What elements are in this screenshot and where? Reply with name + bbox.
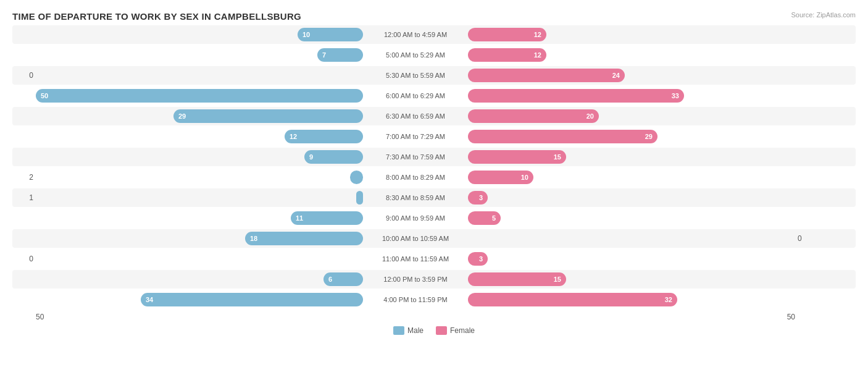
male-bar-area: 9 [36, 150, 363, 164]
female-bar-area: 15 [468, 272, 795, 286]
chart-container: TIME OF DEPARTURE TO WORK BY SEX IN CAMP… [0, 0, 868, 367]
female-bar: 12 [468, 48, 546, 62]
male-bar-area: 6 [36, 272, 363, 286]
axis-right-value: 50 [787, 313, 795, 321]
male-bar: 18 [245, 232, 363, 245]
legend: Male Female [12, 326, 856, 335]
female-bar-area: 15 [468, 150, 795, 164]
male-bar: 6 [323, 272, 363, 286]
female-bar-area: 10 [468, 171, 795, 184]
female-bar-area: 5 [468, 211, 795, 225]
female-bar: 3 [468, 252, 488, 266]
legend-male: Male [393, 326, 424, 335]
chart-row: 119:00 AM to 9:59 AM5 [12, 209, 856, 227]
female-bar-area: 24 [468, 69, 795, 82]
male-bar-area [36, 171, 363, 184]
legend-female-label: Female [450, 326, 475, 335]
chart-row: 05:30 AM to 5:59 AM24 [12, 66, 856, 85]
chart-row: 011:00 AM to 11:59 AM3 [12, 250, 856, 268]
male-bar: 9 [304, 150, 363, 164]
female-bar-area: 29 [468, 130, 795, 143]
female-bar: 29 [468, 130, 657, 143]
male-bar-area: 50 [36, 89, 363, 103]
male-bar: 29 [173, 109, 363, 123]
legend-male-label: Male [407, 326, 424, 335]
legend-male-box [393, 326, 404, 335]
male-bar: 12 [285, 130, 363, 143]
male-bar-area: 18 [36, 232, 363, 245]
time-label: 10:00 AM to 10:59 AM [363, 235, 468, 242]
chart-row: 344:00 PM to 11:59 PM32 [12, 290, 856, 309]
male-value: 0 [12, 71, 36, 80]
time-label: 12:00 PM to 3:59 PM [363, 276, 468, 283]
time-label: 7:00 AM to 7:29 AM [363, 133, 468, 140]
time-label: 11:00 AM to 11:59 AM [363, 255, 468, 263]
male-bar-area: 12 [36, 130, 363, 143]
female-bar-area: 12 [468, 28, 795, 41]
source-label: Source: ZipAtlas.com [791, 11, 856, 19]
female-bar-area: 33 [468, 89, 795, 103]
female-bar-area: 20 [468, 109, 795, 123]
legend-female: Female [436, 326, 475, 335]
male-bar: 34 [141, 293, 363, 306]
male-bar-area: 29 [36, 109, 363, 123]
axis-left-value: 50 [36, 313, 44, 321]
chart-title: TIME OF DEPARTURE TO WORK BY SEX IN CAMP… [12, 11, 856, 22]
female-bar: 15 [468, 150, 566, 164]
chart-row: 612:00 PM to 3:59 PM15 [12, 270, 856, 289]
chart-row: 18:30 AM to 8:59 AM3 [12, 188, 856, 207]
female-bar: 5 [468, 211, 501, 225]
female-bar: 32 [468, 293, 677, 306]
male-bar: 50 [36, 89, 363, 103]
time-label: 8:30 AM to 8:59 AM [363, 194, 468, 201]
male-value: 2 [12, 173, 36, 182]
male-bar: 11 [291, 211, 363, 225]
time-label: 8:00 AM to 8:29 AM [363, 174, 468, 181]
male-bar-area: 11 [36, 211, 363, 225]
male-bar-area: 34 [36, 293, 363, 306]
female-value: 0 [795, 234, 819, 243]
female-bar: 12 [468, 28, 546, 41]
time-label: 9:00 AM to 9:59 AM [363, 214, 468, 222]
chart-row: 506:00 AM to 6:29 AM33 [12, 86, 856, 105]
female-bar: 10 [468, 171, 533, 184]
male-bar: 10 [298, 28, 363, 41]
male-bar [356, 191, 363, 205]
chart-row: 28:00 AM to 8:29 AM10 [12, 168, 856, 187]
female-bar-area: 3 [468, 252, 795, 266]
chart-row: 75:00 AM to 5:29 AM12 [12, 46, 856, 64]
time-label: 7:30 AM to 7:59 AM [363, 153, 468, 161]
chart-row: 1810:00 AM to 10:59 AM0 [12, 229, 856, 248]
chart-row: 296:30 AM to 6:59 AM20 [12, 107, 856, 125]
male-value: 1 [12, 193, 36, 202]
male-bar-area: 10 [36, 28, 363, 41]
male-bar-area: 7 [36, 48, 363, 62]
female-bar-area: 3 [468, 191, 795, 205]
chart-row: 127:00 AM to 7:29 AM29 [12, 127, 856, 146]
time-label: 6:00 AM to 6:29 AM [363, 92, 468, 99]
female-bar-area: 12 [468, 48, 795, 62]
female-bar: 20 [468, 109, 599, 123]
axis-row: 50 50 [12, 313, 856, 321]
male-bar [350, 171, 363, 184]
male-value: 0 [12, 255, 36, 263]
chart-area: 1012:00 AM to 4:59 AM1275:00 AM to 5:29 … [12, 25, 856, 309]
legend-female-box [436, 326, 447, 335]
female-bar-area: 32 [468, 293, 795, 306]
female-bar: 15 [468, 272, 566, 286]
time-label: 4:00 PM to 11:59 PM [363, 296, 468, 303]
chart-row: 97:30 AM to 7:59 AM15 [12, 148, 856, 166]
time-label: 12:00 AM to 4:59 AM [363, 31, 468, 38]
male-bar-area [36, 191, 363, 205]
time-label: 6:30 AM to 6:59 AM [363, 112, 468, 120]
female-bar: 24 [468, 69, 625, 82]
female-bar: 33 [468, 89, 684, 103]
male-bar: 7 [317, 48, 363, 62]
time-label: 5:00 AM to 5:29 AM [363, 51, 468, 59]
chart-row: 1012:00 AM to 4:59 AM12 [12, 25, 856, 44]
female-bar: 3 [468, 191, 488, 205]
time-label: 5:30 AM to 5:59 AM [363, 72, 468, 79]
